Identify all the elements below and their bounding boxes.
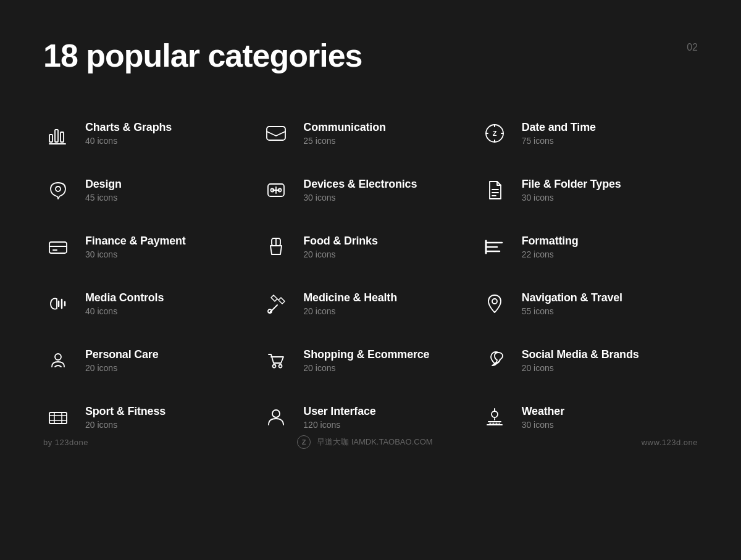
svg-point-33 — [268, 309, 272, 313]
file-icon — [480, 175, 509, 205]
social-name: Social Media & Brands — [522, 348, 639, 361]
footer-watermark: Z 早道大咖 IAMDK.TAOBAO.COM — [297, 435, 433, 449]
category-item-social: Social Media & Brands 20 icons — [480, 332, 698, 389]
food-name: Food & Drinks — [303, 235, 377, 248]
file-count: 30 icons — [522, 193, 621, 203]
svg-line-32 — [270, 305, 277, 312]
weather-text: Weather 30 icons — [522, 405, 564, 430]
medicine-text: Medicine & Health 20 icons — [303, 291, 397, 316]
navigation-text: Navigation & Travel 55 icons — [522, 291, 622, 316]
datetime-icon: Z — [480, 119, 509, 148]
svg-text:Z: Z — [492, 130, 496, 137]
svg-point-36 — [273, 365, 276, 368]
personalcare-count: 20 icons — [85, 363, 158, 373]
footer-brand-left: by 123done — [43, 438, 88, 447]
charts-icon — [43, 119, 73, 148]
devices-count: 30 icons — [303, 193, 417, 203]
datetime-name: Date and Time — [522, 121, 596, 134]
category-item-food: Food & Drinks 20 icons — [261, 219, 479, 275]
svg-point-11 — [56, 186, 61, 191]
shopping-icon — [261, 346, 291, 375]
category-item-devices: Devices & Electronics 30 icons — [261, 162, 479, 219]
category-item-charts: Charts & Graphs 40 icons — [43, 105, 261, 162]
page-wrapper: 18 popular categories 02 Charts & Graphs… — [0, 0, 741, 470]
medicine-name: Medicine & Health — [303, 291, 397, 304]
footer-z-icon: Z — [297, 435, 311, 449]
social-count: 20 icons — [522, 363, 639, 373]
svg-rect-0 — [49, 135, 52, 142]
design-name: Design — [85, 178, 122, 191]
categories-grid: Charts & Graphs 40 icons Communication 2… — [43, 105, 698, 446]
charts-name: Charts & Graphs — [85, 121, 172, 134]
ui-text: User Interface 120 icons — [303, 405, 375, 430]
svg-point-37 — [279, 365, 282, 368]
medicine-count: 20 icons — [303, 306, 397, 316]
formatting-text: Formatting 22 icons — [522, 235, 579, 259]
media-count: 40 icons — [85, 306, 164, 316]
svg-point-43 — [272, 410, 280, 417]
food-text: Food & Drinks 20 icons — [303, 235, 377, 259]
category-item-finance: Finance & Payment 30 icons — [43, 219, 261, 275]
category-item-shopping: Shopping & Ecommerce 20 icons — [261, 332, 479, 389]
svg-rect-20 — [49, 242, 67, 253]
food-icon — [261, 232, 291, 262]
finance-text: Finance & Payment 30 icons — [85, 235, 186, 259]
social-icon — [480, 346, 509, 375]
category-item-file: File & Folder Types 30 icons — [480, 162, 698, 219]
datetime-text: Date and Time 75 icons — [522, 121, 596, 146]
category-item-medicine: Medicine & Health 20 icons — [261, 275, 479, 332]
weather-icon — [480, 403, 509, 432]
navigation-count: 55 icons — [522, 306, 622, 316]
formatting-icon — [480, 232, 509, 262]
social-text: Social Media & Brands 20 icons — [522, 348, 639, 373]
media-name: Media Controls — [85, 291, 164, 304]
ui-name: User Interface — [303, 405, 375, 418]
weather-count: 30 icons — [522, 420, 564, 430]
category-item-media: Media Controls 40 icons — [43, 275, 261, 332]
personalcare-icon — [43, 346, 73, 375]
svg-point-44 — [492, 411, 498, 417]
sport-count: 20 icons — [85, 420, 165, 430]
finance-count: 30 icons — [85, 249, 186, 259]
file-text: File & Folder Types 30 icons — [522, 178, 621, 203]
charts-count: 40 icons — [85, 136, 172, 146]
page-number: 02 — [687, 42, 698, 53]
ui-count: 120 icons — [303, 420, 375, 430]
media-text: Media Controls 40 icons — [85, 291, 164, 316]
communication-icon — [261, 119, 291, 148]
svg-rect-1 — [55, 130, 58, 142]
shopping-name: Shopping & Ecommerce — [303, 348, 429, 361]
page-title: 18 popular categories — [43, 37, 362, 74]
svg-rect-38 — [49, 412, 67, 424]
shopping-count: 20 icons — [303, 363, 429, 373]
formatting-count: 22 icons — [522, 249, 579, 259]
navigation-name: Navigation & Travel — [522, 291, 622, 304]
devices-name: Devices & Electronics — [303, 178, 417, 191]
personalcare-name: Personal Care — [85, 348, 158, 361]
svg-rect-2 — [61, 132, 64, 142]
finance-icon — [43, 232, 73, 262]
ui-icon — [261, 403, 291, 432]
devices-text: Devices & Electronics 30 icons — [303, 178, 417, 203]
category-item-datetime: Z Date and Time 75 icons — [480, 105, 698, 162]
svg-point-35 — [55, 354, 61, 360]
category-item-personalcare: Personal Care 20 icons — [43, 332, 261, 389]
shopping-text: Shopping & Ecommerce 20 icons — [303, 348, 429, 373]
sport-name: Sport & Fitness — [85, 405, 165, 418]
communication-name: Communication — [303, 121, 385, 134]
medicine-icon — [261, 289, 291, 319]
weather-name: Weather — [522, 405, 564, 418]
personalcare-text: Personal Care 20 icons — [85, 348, 158, 373]
svg-point-34 — [492, 299, 497, 304]
datetime-count: 75 icons — [522, 136, 596, 146]
charts-text: Charts & Graphs 40 icons — [85, 121, 172, 146]
category-item-navigation: Navigation & Travel 55 icons — [480, 275, 698, 332]
category-item-communication: Communication 25 icons — [261, 105, 479, 162]
devices-icon — [261, 175, 291, 205]
navigation-icon — [480, 289, 509, 319]
footer-center-text: 早道大咖 IAMDK.TAOBAO.COM — [317, 437, 433, 448]
footer-brand-right: www.123d.one — [642, 438, 698, 447]
header: 18 popular categories 02 — [43, 37, 698, 74]
design-icon — [43, 175, 73, 205]
footer: by 123done Z 早道大咖 IAMDK.TAOBAO.COM www.1… — [0, 435, 741, 449]
